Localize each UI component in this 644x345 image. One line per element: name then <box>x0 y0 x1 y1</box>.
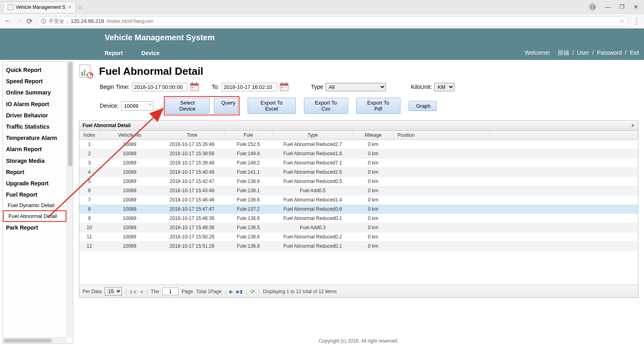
table-row[interactable]: 4100892018-10-17 15:40:46Fule:141.1Fuel … <box>79 168 638 177</box>
sidebar-item-alarm-report[interactable]: Alarm Report <box>3 144 66 155</box>
device-select[interactable]: 10089 <box>121 101 153 111</box>
col-position[interactable]: Position <box>393 131 490 140</box>
table-row[interactable]: 12100892018-10-17 15:51:26Fule:136.6Fuel… <box>79 242 638 251</box>
cell: 11 <box>79 232 99 242</box>
results-panel: Fuel Abnormal Detail ▲ Index Vehicle No … <box>79 120 638 298</box>
tab-close-icon[interactable]: × <box>68 4 71 10</box>
select-device-button[interactable]: Select Device <box>165 98 210 114</box>
next-page-icon[interactable]: ▶ <box>229 289 233 294</box>
sidebar-item-temperature-alarm[interactable]: Temperature Alarm <box>3 132 66 144</box>
table-row[interactable]: 3100892018-10-17 15:39:46Fule:148.2Fuel … <box>79 158 638 168</box>
browser-menu-icon[interactable]: ⋮ <box>633 17 640 26</box>
cell <box>490 214 638 223</box>
export-csv-button[interactable]: Export To Csv <box>304 98 348 114</box>
cell: 9 <box>79 214 99 223</box>
table-row[interactable]: 7100892018-10-17 15:46:46Fule:138.6Fuel … <box>79 195 638 205</box>
link-exit[interactable]: Exit <box>630 49 639 57</box>
col-type[interactable]: Type <box>272 131 353 140</box>
table-row[interactable]: 8100892018-10-17 15:47:47Fule:137.2Fuel … <box>79 205 638 214</box>
cell: 10 <box>79 223 99 232</box>
sidebar-item-fuel-report[interactable]: Fuel Report <box>3 189 66 200</box>
sidebar-item-driver-behavior[interactable]: Driver Behavior <box>3 110 66 121</box>
end-time-input[interactable] <box>222 83 277 91</box>
page-input[interactable] <box>162 288 178 295</box>
query-button[interactable]: Query <box>214 98 238 114</box>
cell: 10089 <box>99 140 160 149</box>
sidebar-item-quick-report[interactable]: Quick Report <box>3 64 66 76</box>
per-page-select[interactable]: 15 <box>105 287 122 296</box>
type-select[interactable]: All <box>326 83 386 91</box>
cell: 10089 <box>99 223 160 232</box>
sidebar-sub-fuel-abnormal[interactable]: Fuel Abnormal Detail <box>3 210 66 222</box>
table-row[interactable]: 2100892018-10-17 15:38:56Fule:149.8Fuel … <box>79 149 638 158</box>
sidebar-item-traffic-statistics[interactable]: Traffic Statistics <box>3 121 66 132</box>
kilounit-select[interactable]: KM <box>434 83 454 91</box>
col-index[interactable]: Index <box>79 131 99 140</box>
refresh-icon[interactable]: ⟳ <box>250 288 255 295</box>
table-row[interactable]: 1100892018-10-17 15:26:46Fule:152.5Fuel … <box>79 140 638 149</box>
maximize-icon[interactable]: ❐ <box>619 4 625 10</box>
cell <box>490 232 638 242</box>
table-row[interactable]: 9100892018-10-17 15:48:36Fule:136.6Fuel … <box>79 214 638 223</box>
cell: 2018-10-17 15:47:47 <box>160 205 224 214</box>
col-time[interactable]: Time <box>160 131 224 140</box>
first-page-icon[interactable]: ▮◀ <box>130 289 136 294</box>
cell: 2018-10-17 15:38:56 <box>160 149 224 158</box>
cell: Fuel Add0.5 <box>272 186 353 195</box>
cell: Fule:149.8 <box>224 149 272 158</box>
table-row[interactable]: 5100892018-10-17 15:42:47Fule:138.6Fuel … <box>79 177 638 186</box>
table-row[interactable]: 6100892018-10-17 15:43:46Fule:138.1Fuel … <box>79 186 638 195</box>
sidebar-item-speed-report[interactable]: Speed Report <box>3 76 66 87</box>
last-page-icon[interactable]: ▶▮ <box>236 289 243 294</box>
user-name: 邵福 <box>558 49 569 57</box>
cell: 10089 <box>99 242 160 251</box>
begin-time-input[interactable] <box>132 83 188 91</box>
svg-rect-9 <box>192 87 193 88</box>
welcome-label: Welcome! <box>525 49 550 57</box>
cell: Fule:138.1 <box>224 186 272 195</box>
cell: 10089 <box>99 158 160 168</box>
table-row[interactable]: 11100892018-10-17 15:50:26Fule:136.8Fuel… <box>79 232 638 242</box>
address-bar[interactable]: ⓘ 不安全 | 120.24.66.218/index.html?lang=en… <box>37 16 629 27</box>
sidebar-item-report[interactable]: Report <box>3 166 66 178</box>
prev-page-icon[interactable]: ◀ <box>139 289 143 294</box>
cell <box>393 195 490 205</box>
forward-icon[interactable]: → <box>15 17 23 25</box>
sidebar-vscrollbar[interactable] <box>67 62 73 337</box>
link-user[interactable]: User <box>577 49 589 57</box>
sidebar-hscrollbar[interactable] <box>3 337 67 343</box>
sidebar-item-park-report[interactable]: Park Report <box>3 222 66 233</box>
back-icon[interactable]: ← <box>4 17 11 25</box>
cell: Fuel Abnormal Reduced0.6 <box>272 205 353 214</box>
close-window-icon[interactable]: ✕ <box>634 4 638 10</box>
collapse-icon[interactable]: ▲ <box>631 123 635 128</box>
new-tab-icon[interactable]: ▱ <box>78 4 82 10</box>
browser-tab[interactable]: Vehicle Management S × <box>3 2 76 12</box>
reload-icon[interactable]: ⟳ <box>27 17 33 26</box>
graph-button[interactable]: Graph <box>409 101 437 111</box>
calendar-icon[interactable] <box>190 82 199 91</box>
minimize-icon[interactable]: — <box>605 4 611 10</box>
export-excel-button[interactable]: Export To Excel <box>248 98 296 114</box>
calendar-icon[interactable] <box>280 82 289 91</box>
link-password[interactable]: Password <box>597 49 621 57</box>
footer: Copyright (c) 2016. All right reserved. <box>79 298 638 344</box>
cell: Fule:136.6 <box>224 242 272 251</box>
bookmark-icon[interactable]: ☆ <box>619 18 624 24</box>
cell: Fule:136.8 <box>224 232 272 242</box>
nav-device[interactable]: Device <box>141 50 159 56</box>
col-mileage[interactable]: Mileage <box>353 131 393 140</box>
profile-icon[interactable]: ⊖ <box>589 3 596 10</box>
col-vehicle[interactable]: Vehicle No <box>99 131 160 140</box>
sidebar-item-storage-media[interactable]: Storage Media <box>3 155 66 166</box>
svg-rect-2 <box>84 70 85 76</box>
sidebar-sub-fuel-dynamic[interactable]: Fuel Dynamic Detail <box>3 200 66 210</box>
export-pdf-button[interactable]: Export To Pdf <box>356 98 400 114</box>
cell: 10089 <box>99 214 160 223</box>
sidebar-item-upgrade-report[interactable]: Upgrade Report <box>3 178 66 189</box>
col-fule[interactable]: Fule <box>224 131 272 140</box>
table-row[interactable]: 10100892018-10-17 15:49:36Fule:136.5Fuel… <box>79 223 638 232</box>
sidebar-item-io-alarm-report[interactable]: IO Alarm Report <box>3 99 66 110</box>
sidebar-item-online-summary[interactable]: Online Summary <box>3 87 66 98</box>
nav-report[interactable]: Report <box>105 50 123 56</box>
